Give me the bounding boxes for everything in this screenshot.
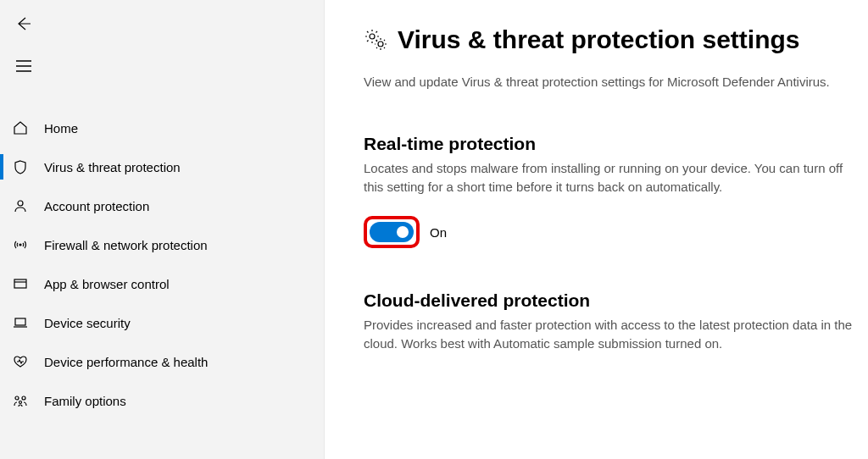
antenna-icon <box>12 236 29 253</box>
nav-label: Account protection <box>44 199 149 213</box>
realtime-toggle[interactable] <box>370 222 414 242</box>
svg-point-10 <box>22 396 25 400</box>
person-icon <box>12 197 29 214</box>
svg-point-4 <box>19 244 21 246</box>
svg-point-12 <box>370 34 375 39</box>
nav-item-family[interactable]: Family options <box>0 381 324 420</box>
nav-label: Home <box>44 121 78 135</box>
section-cloud: Cloud-delivered protection Provides incr… <box>364 290 855 353</box>
svg-point-3 <box>18 201 23 206</box>
family-icon <box>12 392 29 409</box>
nav-list: Home Virus & threat protection Account p… <box>0 108 324 420</box>
page-header: Virus & threat protection settings <box>364 25 865 54</box>
nav-item-app-browser[interactable]: App & browser control <box>0 264 324 303</box>
settings-gear-icon <box>364 28 387 52</box>
nav-item-account[interactable]: Account protection <box>0 186 324 225</box>
realtime-toggle-row: On <box>364 216 855 248</box>
nav-item-firewall[interactable]: Firewall & network protection <box>0 225 324 264</box>
toggle-knob-icon <box>397 226 409 238</box>
nav-label: App & browser control <box>44 277 170 291</box>
hamburger-icon <box>16 60 31 72</box>
laptop-icon <box>12 314 29 331</box>
page-title: Virus & threat protection settings <box>398 25 800 54</box>
nav-label: Virus & threat protection <box>44 160 181 174</box>
nav-label: Device performance & health <box>44 355 208 369</box>
nav-item-virus-threat[interactable]: Virus & threat protection <box>0 147 324 186</box>
nav-item-performance[interactable]: Device performance & health <box>0 342 324 381</box>
menu-button[interactable] <box>7 49 41 83</box>
main-content: Virus & threat protection settings View … <box>325 0 868 459</box>
home-icon <box>12 119 29 136</box>
window-icon <box>12 275 29 292</box>
sidebar: Home Virus & threat protection Account p… <box>0 0 325 459</box>
shield-icon <box>12 158 29 175</box>
back-arrow-icon <box>15 15 32 32</box>
section-realtime: Real-time protection Locates and stops m… <box>364 134 855 249</box>
cloud-desc: Provides increased and faster protection… <box>364 316 855 353</box>
realtime-toggle-label: On <box>430 225 447 240</box>
back-button[interactable] <box>7 7 41 41</box>
nav-label: Device security <box>44 316 131 330</box>
nav-label: Firewall & network protection <box>44 238 208 252</box>
page-subtitle: View and update Virus & threat protectio… <box>364 73 838 91</box>
svg-rect-5 <box>14 279 26 288</box>
cloud-title: Cloud-delivered protection <box>364 290 855 311</box>
svg-point-9 <box>15 396 19 400</box>
svg-rect-7 <box>15 318 25 325</box>
nav-label: Family options <box>44 394 126 408</box>
nav-item-device-security[interactable]: Device security <box>0 303 324 342</box>
svg-point-11 <box>19 401 22 404</box>
annotation-highlight <box>364 216 420 248</box>
svg-point-13 <box>378 41 383 47</box>
nav-item-home[interactable]: Home <box>0 108 324 147</box>
heart-icon <box>12 353 29 370</box>
realtime-desc: Locates and stops malware from installin… <box>364 159 855 196</box>
realtime-title: Real-time protection <box>364 134 855 154</box>
